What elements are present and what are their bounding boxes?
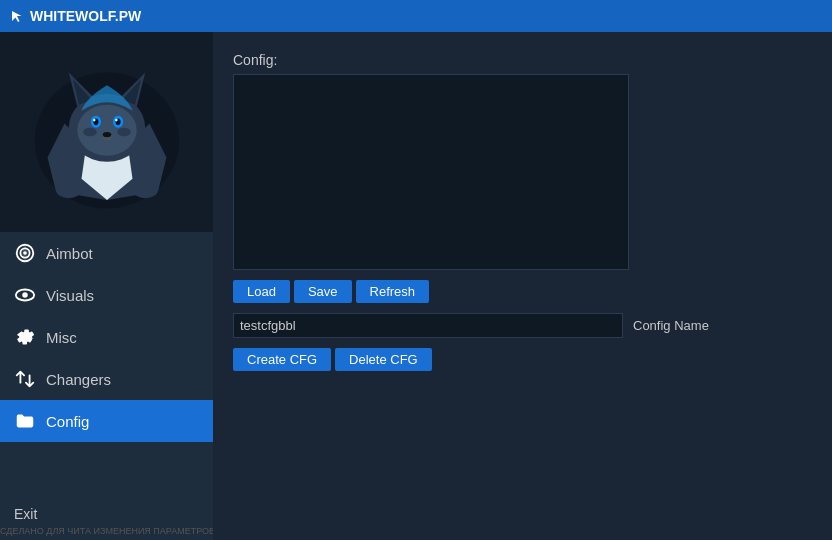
wolf-logo [22, 47, 192, 217]
svg-point-16 [83, 128, 97, 137]
cursor-icon [10, 9, 24, 23]
svg-point-14 [115, 119, 118, 122]
app-title: WHITEWOLF.PW [30, 8, 141, 24]
svg-point-17 [117, 128, 131, 137]
main-layout: Aimbot Visuals Misc [0, 32, 832, 540]
svg-point-18 [56, 181, 82, 198]
sidebar-item-misc-label: Misc [46, 329, 77, 346]
sidebar-item-visuals-label: Visuals [46, 287, 94, 304]
sidebar-item-changers[interactable]: Changers [0, 358, 213, 400]
sidebar-item-misc[interactable]: Misc [0, 316, 213, 358]
delete-cfg-button[interactable]: Delete CFG [335, 348, 432, 371]
config-name-input[interactable] [233, 313, 623, 338]
config-label: Config: [233, 52, 812, 68]
svg-point-25 [22, 292, 28, 298]
sidebar-item-changers-label: Changers [46, 371, 111, 388]
action-buttons-row: Load Save Refresh [233, 280, 812, 303]
sidebar: Aimbot Visuals Misc [0, 32, 213, 540]
exit-button[interactable]: Exit [14, 502, 199, 526]
svg-point-19 [132, 181, 158, 198]
title-bar: WHITEWOLF.PW [0, 0, 832, 32]
sidebar-item-aimbot-label: Aimbot [46, 245, 93, 262]
config-name-label: Config Name [633, 318, 709, 333]
bottom-watermark: СДЕЛАНО ДЛЯ ЧИТА ИЗМЕНЕНИЯ ПАРАМЕТРОВ — … [0, 526, 213, 536]
swap-icon [14, 368, 36, 390]
sidebar-item-config[interactable]: Config [0, 400, 213, 442]
nav-items: Aimbot Visuals Misc [0, 232, 213, 492]
cfg-action-buttons-row: Create CFG Delete CFG [233, 348, 812, 371]
logo-area [0, 32, 213, 232]
config-textarea[interactable] [233, 74, 629, 270]
eye-icon [14, 284, 36, 306]
save-button[interactable]: Save [294, 280, 352, 303]
target-icon [14, 242, 36, 264]
config-panel: Config: Load Save Refresh Config Name Cr… [213, 32, 832, 540]
create-cfg-button[interactable]: Create CFG [233, 348, 331, 371]
sidebar-item-config-label: Config [46, 413, 89, 430]
refresh-button[interactable]: Refresh [356, 280, 430, 303]
sidebar-item-visuals[interactable]: Visuals [0, 274, 213, 316]
svg-point-11 [92, 119, 95, 122]
folder-icon [14, 410, 36, 432]
svg-point-23 [22, 246, 28, 261]
gear-icon [14, 326, 36, 348]
config-name-row: Config Name [233, 313, 812, 338]
load-button[interactable]: Load [233, 280, 290, 303]
svg-point-15 [102, 132, 111, 137]
sidebar-item-aimbot[interactable]: Aimbot [0, 232, 213, 274]
